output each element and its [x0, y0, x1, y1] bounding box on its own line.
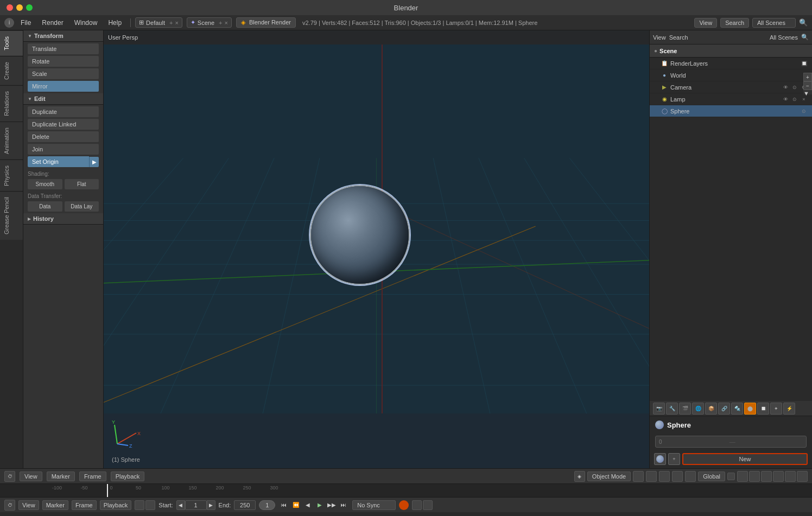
timeline-playback-btn[interactable]: Playback	[111, 472, 145, 481]
scroll-down-btn[interactable]: −	[803, 81, 812, 90]
play-last-btn[interactable]: ⏭	[338, 500, 349, 511]
material-add-icon[interactable]: +	[668, 453, 680, 465]
menu-render[interactable]: Render	[37, 18, 67, 28]
play-first-btn[interactable]: ⏮	[278, 500, 289, 511]
footer-extra-a[interactable]	[412, 500, 422, 510]
prop-scene-icon[interactable]: 📷	[653, 403, 665, 415]
viewport[interactable]: User Persp	[104, 30, 649, 468]
prop-material-icon[interactable]: ⬤	[744, 403, 756, 415]
scroll-indicator[interactable]: ▼	[803, 90, 812, 94]
tab-tools[interactable]: Tools	[0, 30, 23, 56]
menu-help[interactable]: Help	[104, 18, 126, 28]
prop-constraints-icon[interactable]: 🔗	[718, 403, 730, 415]
viewport-mode-icon[interactable]: ◈	[574, 471, 585, 482]
properties-value-input[interactable]: 0 —	[655, 436, 807, 448]
mirror-button[interactable]: Mirror	[28, 81, 99, 92]
object-mode-btn[interactable]: Object Mode	[587, 472, 631, 481]
info-icon[interactable]: i	[4, 18, 14, 28]
set-origin-button[interactable]: Set Origin	[28, 156, 89, 167]
menu-window[interactable]: Window	[70, 18, 102, 28]
flat-button[interactable]: Flat	[65, 179, 99, 189]
prop-particles-icon[interactable]: ✦	[770, 403, 782, 415]
play-back-btn[interactable]: ◀	[302, 500, 313, 511]
search-btn[interactable]: Search	[720, 18, 749, 28]
delete-button[interactable]: Delete	[28, 131, 99, 142]
tab-physics[interactable]: Physics	[0, 160, 23, 192]
nosync-dropdown[interactable]: No Sync	[352, 500, 396, 510]
viewport-icon6[interactable]	[685, 471, 696, 482]
timeline-icon[interactable]: ⏱	[4, 471, 15, 482]
viewport-icon2[interactable]	[633, 471, 644, 482]
record-btn[interactable]	[399, 500, 409, 510]
history-section-header[interactable]: ▶ History	[23, 213, 103, 225]
play-forward-btn[interactable]: ▶▶	[326, 500, 337, 511]
rotate-button[interactable]: Rotate	[28, 56, 99, 67]
timeline-frame-btn[interactable]: Frame	[79, 472, 106, 481]
prop-modifiers-icon[interactable]: 🔩	[731, 403, 743, 415]
outliner-search-icon[interactable]: 🔍	[801, 34, 809, 41]
set-origin-dropdown[interactable]: ▶	[89, 157, 99, 167]
data-button[interactable]: Data	[28, 201, 62, 212]
menu-file[interactable]: File	[16, 18, 35, 28]
vp-icon-b[interactable]	[749, 471, 760, 482]
prop-world-icon[interactable]: 🌐	[692, 403, 704, 415]
render-engine-selector[interactable]: ◈ Blender Render	[236, 17, 296, 28]
tab-grease-pencil[interactable]: Grease Pencil	[0, 191, 23, 240]
camera-render-icon[interactable]: ⊙	[791, 84, 798, 91]
viewport-extra-icon[interactable]	[727, 473, 735, 480]
lamp-render-icon[interactable]: ⊙	[791, 95, 798, 103]
viewport-icon5[interactable]	[672, 471, 683, 482]
add-scene-btn[interactable]: +	[219, 20, 222, 26]
outliner-scenes-dropdown[interactable]: All Scenes	[692, 34, 798, 41]
vp-icon-e[interactable]	[785, 471, 796, 482]
play-prev-btn[interactable]: ⏪	[290, 500, 301, 511]
tab-relations[interactable]: Relations	[0, 85, 23, 122]
global-btn[interactable]: Global	[698, 472, 725, 481]
smooth-button[interactable]: Smooth	[28, 179, 62, 189]
footer-extra-b[interactable]	[423, 500, 433, 510]
outliner-search-btn[interactable]: Search	[669, 34, 688, 41]
end-value[interactable]: 250	[234, 500, 256, 510]
vp-icon-f[interactable]	[797, 471, 808, 482]
start-increment[interactable]: ▶	[207, 500, 215, 510]
viewport-icon3[interactable]	[646, 471, 657, 482]
material-sphere-icon[interactable]	[654, 453, 666, 465]
close-layout-btn[interactable]: ×	[175, 20, 178, 26]
sphere-object[interactable]	[311, 186, 409, 284]
start-decrement[interactable]: ◀	[176, 500, 185, 510]
scenes-dropdown[interactable]: All Scenes	[752, 18, 796, 28]
prop-object-icon[interactable]: 📦	[705, 403, 717, 415]
scale-button[interactable]: Scale	[28, 68, 99, 79]
timeline-footer-icon[interactable]: ⏱	[4, 500, 15, 511]
data-lay-button[interactable]: Data Lay	[65, 201, 99, 212]
translate-button[interactable]: Translate	[28, 43, 99, 54]
footer-playback-btn[interactable]: Playback	[100, 500, 132, 510]
maximize-button[interactable]	[26, 4, 33, 11]
footer-icon-b[interactable]	[145, 500, 155, 510]
footer-view-btn[interactable]: View	[18, 500, 39, 510]
camera-visibility-icon[interactable]: 👁	[782, 84, 789, 91]
outliner-view-btn[interactable]: View	[653, 34, 666, 41]
outliner-item-lamp[interactable]: ◉ Lamp 👁 ⊙ ×	[650, 93, 812, 105]
outliner-item-camera[interactable]: ▶ Camera 👁 ⊙ ⚙	[650, 81, 812, 93]
footer-icon-a[interactable]	[135, 500, 144, 510]
timeline-marker-btn[interactable]: Marker	[47, 472, 75, 481]
duplicate-linked-button[interactable]: Duplicate Linked	[28, 119, 99, 130]
footer-frame-btn[interactable]: Frame	[72, 500, 97, 510]
start-value[interactable]: 1	[185, 500, 207, 510]
minimize-button[interactable]	[16, 4, 23, 11]
prop-physics-icon[interactable]: ⚡	[783, 403, 795, 415]
outliner-item-renderlayers[interactable]: 📋 RenderLayers 🔲	[650, 58, 812, 69]
sphere-extra-icon[interactable]: ⊙	[800, 107, 808, 115]
window-controls[interactable]	[7, 4, 33, 11]
prop-scene2-icon[interactable]: 🎬	[679, 403, 691, 415]
current-frame-display[interactable]: 1	[259, 500, 275, 510]
footer-marker-btn[interactable]: Marker	[42, 500, 68, 510]
prop-texture-icon[interactable]: 🔲	[757, 403, 769, 415]
vp-icon-a[interactable]	[737, 471, 748, 482]
prop-render-icon[interactable]: 🔧	[666, 403, 678, 415]
join-button[interactable]: Join	[28, 144, 99, 155]
layout-selector[interactable]: ⊞ Default + ×	[135, 17, 182, 28]
search-icon[interactable]: 🔍	[799, 18, 808, 27]
outliner-item-world[interactable]: ● World	[650, 69, 812, 81]
